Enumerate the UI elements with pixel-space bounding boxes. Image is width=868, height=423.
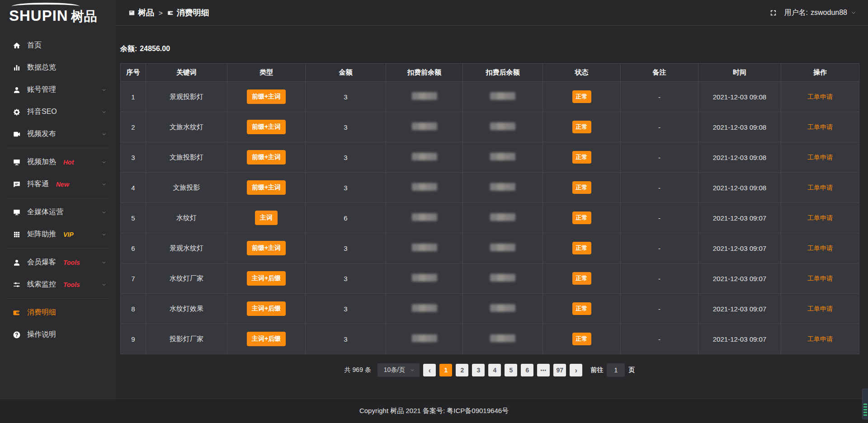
column-header-pre_balance: 扣费前余额: [386, 64, 463, 82]
sidebar-item-label: 矩阵助推: [27, 230, 56, 239]
redacted-balance: [412, 244, 437, 251]
sidebar-item-data-overview[interactable]: 数据总览: [0, 56, 116, 79]
cell-pre_balance: [386, 233, 463, 263]
column-header-post_balance: 扣费后余额: [463, 64, 543, 82]
redacted-balance: [490, 92, 515, 100]
prev-page-button[interactable]: ‹: [423, 364, 436, 376]
cell-amount: 3: [306, 294, 386, 324]
page-button-2[interactable]: 2: [456, 364, 468, 376]
fullscreen-icon[interactable]: [769, 9, 777, 17]
home-icon: [12, 41, 21, 50]
sidebar-item-operation-guide[interactable]: 操作说明: [0, 324, 116, 346]
chevron-down-icon: [101, 282, 107, 287]
cell-note: -: [621, 82, 698, 112]
question-icon: [12, 330, 21, 339]
chevron-down-icon: [101, 132, 107, 137]
column-header-time: 时间: [698, 64, 781, 82]
work-order-link[interactable]: 工单申请: [807, 335, 833, 343]
sidebar-item-clue-monitor[interactable]: 线索监控Tools: [0, 273, 116, 296]
page-button-4[interactable]: 4: [488, 364, 501, 376]
consumption-table-wrap: 序号关键词类型金额扣费前余额扣费后余额状态备注时间操作 1景观投影灯前缀+主词3…: [120, 63, 859, 354]
topbar-right: 用户名: zswodun88: [769, 8, 856, 18]
page-size-select[interactable]: 10条/页: [377, 363, 420, 377]
sidebar-item-consumption-detail[interactable]: 消费明细: [0, 301, 116, 324]
chevron-down-icon: [101, 260, 107, 265]
work-order-link[interactable]: 工单申请: [807, 154, 833, 161]
table-row: 2文旅水纹灯前缀+主词3正常-2021-12-03 09:08工单申请: [121, 112, 859, 142]
cell-post_balance: [463, 233, 543, 263]
copyright-text: Copyright 树品 2021 备案号: 粤ICP备09019646号: [359, 407, 509, 415]
chat-widget-stripes-icon: [863, 404, 867, 417]
username-value: zswodun88: [811, 9, 847, 17]
sidebar-item-media-operation[interactable]: 全媒体运营: [0, 201, 116, 223]
work-order-link[interactable]: 工单申请: [807, 123, 833, 131]
sidebar-item-douyin-seo[interactable]: 抖音SEO: [0, 101, 116, 123]
sidebar-item-member-booster[interactable]: 会员爆客Tools: [0, 251, 116, 273]
work-order-link[interactable]: 工单申请: [807, 275, 833, 282]
cell-amount: 3: [306, 173, 386, 203]
sidebar-item-douketong[interactable]: 抖客通New: [0, 173, 116, 195]
table-row: 6景观水纹灯前缀+主词3正常-2021-12-03 09:07工单申请: [121, 233, 859, 263]
cell-amount: 3: [306, 233, 386, 263]
sidebar-item-tag: New: [56, 181, 69, 188]
sidebar-item-label: 抖客通: [27, 179, 49, 189]
redacted-balance: [412, 153, 437, 160]
work-order-link[interactable]: 工单申请: [807, 305, 833, 312]
cell-note: -: [621, 263, 698, 294]
goto-page: 前往页: [590, 363, 635, 377]
cell-type: 主词+后缀: [227, 263, 306, 294]
cell-type: 主词+后缀: [227, 294, 306, 324]
redacted-balance: [412, 183, 437, 191]
balance-label: 余额:: [120, 45, 137, 52]
sidebar-item-home[interactable]: 首页: [0, 34, 116, 56]
type-badge: 前缀+主词: [247, 150, 286, 164]
breadcrumb-item-consumption-detail[interactable]: 消费明细: [167, 7, 209, 18]
cell-type: 前缀+主词: [227, 173, 306, 203]
cell-pre_balance: [386, 294, 463, 324]
cell-type: 前缀+主词: [227, 112, 306, 142]
work-order-link[interactable]: 工单申请: [807, 184, 833, 191]
top-bar: 树品>消费明细 用户名: zswodun88: [116, 0, 868, 26]
page-button-97[interactable]: 97: [553, 364, 566, 376]
sidebar-item-account-management[interactable]: 账号管理: [0, 79, 116, 101]
status-badge: 正常: [572, 212, 591, 224]
cell-time: 2021-12-03 09:08: [698, 112, 781, 142]
user-menu[interactable]: 用户名: zswodun88: [784, 8, 856, 18]
cell-type: 前缀+主词: [227, 82, 306, 112]
page-button-1[interactable]: 1: [439, 364, 452, 376]
screen-icon: [128, 9, 135, 16]
redacted-balance: [490, 122, 515, 130]
sidebar-item-video-heating[interactable]: 视频加热Hot: [0, 151, 116, 173]
next-page-button[interactable]: ›: [570, 364, 582, 376]
cell-status: 正常: [543, 203, 621, 233]
sidebar-item-label: 抖音SEO: [27, 107, 57, 117]
chat-widget-tab[interactable]: [862, 389, 868, 419]
cell-pre_balance: [386, 142, 463, 173]
work-order-link[interactable]: 工单申请: [807, 214, 833, 221]
total-count: 共 969 条: [344, 366, 371, 374]
more-pages-button[interactable]: •••: [537, 364, 550, 376]
page-button-5[interactable]: 5: [505, 364, 517, 376]
sidebar-item-video-publish[interactable]: 视频发布: [0, 123, 116, 145]
cell-index: 9: [121, 324, 146, 354]
breadcrumb-item-shupin[interactable]: 树品: [128, 7, 154, 18]
logo-text-cn: 树品: [71, 9, 97, 24]
bar-chart-icon: [12, 63, 21, 72]
cell-amount: 3: [306, 324, 386, 354]
cell-post_balance: [463, 82, 543, 112]
breadcrumb-label: 树品: [138, 7, 154, 18]
page-button-3[interactable]: 3: [472, 364, 485, 376]
sidebar-item-matrix-boost[interactable]: 矩阵助推VIP: [0, 223, 116, 245]
work-order-link[interactable]: 工单申请: [807, 244, 833, 252]
cell-status: 正常: [543, 324, 621, 354]
sidebar: SHUPIN树品 首页数据总览账号管理抖音SEO视频发布视频加热Hot抖客通Ne…: [0, 0, 116, 423]
table-row: 3文旅投影灯前缀+主词3正常-2021-12-03 09:08工单申请: [121, 142, 859, 173]
work-order-link[interactable]: 工单申请: [807, 93, 833, 100]
column-header-keyword: 关键词: [146, 64, 227, 82]
sidebar-item-label: 全媒体运营: [27, 207, 63, 217]
goto-page-input[interactable]: [607, 363, 625, 377]
page-button-6[interactable]: 6: [521, 364, 533, 376]
user-icon: [12, 85, 21, 94]
redacted-balance: [490, 213, 515, 221]
cell-time: 2021-12-03 09:07: [698, 233, 781, 263]
